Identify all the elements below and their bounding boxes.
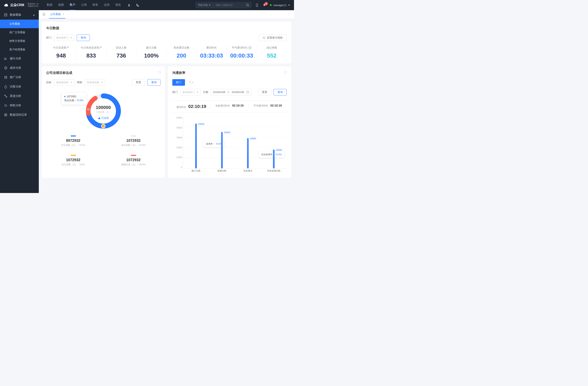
sidebar-item-2[interactable]: 推广分析 xyxy=(0,73,39,82)
stat-1: 今日有效首咨客户833 xyxy=(76,46,106,59)
svg-point-11 xyxy=(5,104,6,106)
calendar-icon xyxy=(246,91,249,94)
card-goal: ⛶ 公司业绩目标达成 目标 请选择目标 周期 请选择周期 重置 查询 xyxy=(42,66,165,178)
tab-close-icon[interactable]: ✕ xyxy=(63,13,64,15)
eff-reset-button[interactable]: 重置 xyxy=(258,89,271,96)
search-type-select[interactable]: 手机号码 xyxy=(195,3,213,7)
logo-subtitle: 教育机构一站式服务云平台 xyxy=(26,3,39,7)
svg-line-2 xyxy=(248,5,249,6)
chevron-down-icon xyxy=(288,5,290,6)
query-button[interactable]: 查询 xyxy=(147,79,161,86)
target-label: 目标 xyxy=(46,81,51,84)
nav-phone-icon[interactable] xyxy=(136,3,140,7)
query-button[interactable]: 查询 xyxy=(77,35,90,41)
bar-3: 18000有效接通次数 xyxy=(269,116,279,168)
stat-3: 拨打次数100% xyxy=(136,46,167,59)
stat-4: 有效通话次数200 xyxy=(167,46,197,59)
tab-company-dashboard[interactable]: 公司看板 ✕ xyxy=(49,10,65,19)
nav-item-1[interactable]: 线索 xyxy=(58,0,64,10)
stat-7: 成交单数552 xyxy=(257,46,287,59)
mobile-icon[interactable] xyxy=(255,3,259,7)
eff-query-button[interactable]: 查询 xyxy=(273,89,287,96)
topbar: 云朵CRM 教育机构一站式服务云平台 数据线索客户公海财务运营报名 手机号码 5 xyxy=(0,0,294,10)
sidebar-item-5[interactable]: 销售分析 xyxy=(0,101,39,110)
search-icon[interactable] xyxy=(246,3,250,7)
progress-3: 1072932超额完成（元）|89.9% xyxy=(106,155,161,166)
sidebar-child-0[interactable]: 公司看板 xyxy=(0,19,39,28)
reached-badge: 已达成 xyxy=(46,116,161,120)
nav-item-2[interactable]: 客户 xyxy=(70,0,75,10)
date-label: 日期 xyxy=(203,90,208,94)
nav-item-4[interactable]: 财务 xyxy=(92,0,98,10)
eff-stat-1: 有效通话时长02:10:19 xyxy=(210,104,249,109)
search-box: 手机号码 xyxy=(195,2,252,8)
bar-chart: 50000400003000020000100000 接通率：70.9% 有效接… xyxy=(172,116,287,174)
dept-select[interactable]: 请选择部门 xyxy=(54,35,74,41)
svg-point-21 xyxy=(102,124,105,128)
period-label: 周期 xyxy=(77,81,82,84)
eff-title: 沟通效率 xyxy=(172,71,287,75)
svg-rect-23 xyxy=(246,91,249,94)
progress-0: 8972932已完成量（元）|70.9% xyxy=(46,135,100,147)
svg-point-0 xyxy=(129,4,130,5)
bar-2: 29000有效通话 xyxy=(243,116,253,168)
stat-5: 通话时长03:33:03 xyxy=(197,46,227,59)
eff-stat-2: 平均通话时长02:10:19 xyxy=(249,104,287,109)
sidebar-item-4[interactable]: 渠道分析 xyxy=(0,91,39,101)
donut-chart: 1072932 所占比例：70.9% 100000 目标总量（元） 已达成 xyxy=(46,91,161,131)
nav-item-3[interactable]: 公海 xyxy=(81,0,87,10)
user-name: manager11 xyxy=(273,4,287,7)
reset-button[interactable]: 重置 xyxy=(132,79,145,86)
stat-0: 今日首咨客户948 xyxy=(46,46,76,59)
today-title: 今日数据 xyxy=(46,26,287,30)
sidebar-item-6[interactable]: 数据流转记录 xyxy=(0,110,39,119)
progress-2: 1072932应完成量（元）|8.9% xyxy=(46,155,100,166)
card-efficiency: ⛶ 沟通效率 部门 个人 部门 请选择部门 日期 2018/01/08至2018… xyxy=(168,66,291,178)
sidebar-item-0[interactable]: 漏斗分析 xyxy=(0,54,39,63)
sidebar-child-2[interactable]: 销售主管看板 xyxy=(0,37,39,45)
stat-2: 回访人数736 xyxy=(106,46,136,59)
sidebar-group-label: 数据看板 xyxy=(10,13,21,17)
main: ☰ 公司看板 ✕ 今日数据 部门 请选择部门 查询 xyxy=(39,10,294,193)
dept-label: 部门 xyxy=(46,36,51,39)
eff-dept-select[interactable]: 请选择部门 xyxy=(180,89,201,96)
target-select[interactable]: 请选择目标 xyxy=(54,79,74,86)
svg-line-12 xyxy=(6,106,7,107)
sidebar-child-3[interactable]: 客户经理看板 xyxy=(0,45,39,54)
seg-dept[interactable]: 部门 xyxy=(172,79,185,86)
nav-item-5[interactable]: 运营 xyxy=(104,0,110,10)
donut-tooltip: 1072932 所占比例：70.9% xyxy=(62,93,86,105)
help-icon[interactable]: ? xyxy=(249,46,251,49)
gear-icon xyxy=(262,36,266,39)
sidebar-item-3[interactable]: 访客分析 xyxy=(0,82,39,91)
sidebar-item-1[interactable]: 成本分析 xyxy=(0,63,39,73)
eff-stat-0: 通话时长02:10:19 xyxy=(172,104,210,109)
search-input[interactable] xyxy=(213,4,244,6)
config-metrics-button[interactable]: 设置显示指标 xyxy=(258,35,287,41)
seg-personal[interactable]: 个人 xyxy=(185,79,198,86)
stat-6: 平均通话时长?00:00:33 xyxy=(227,46,257,59)
card-today: 今日数据 部门 请选择部门 查询 设置显示指标 今日首咨客户948今日有效首咨客… xyxy=(42,22,291,63)
status-dot xyxy=(270,4,272,6)
expand-icon[interactable]: ⛶ xyxy=(158,71,161,74)
bar-1: 35000接通次数 xyxy=(217,116,227,168)
nav-user-icon[interactable] xyxy=(127,3,131,7)
chevron-up-icon xyxy=(33,15,35,16)
sidebar: 数据看板 公司看板推广主管看板销售主管看板客户经理看板 漏斗分析成本分析推广分析… xyxy=(0,10,39,193)
svg-point-1 xyxy=(246,4,248,6)
sidebar-group-dashboard[interactable]: 数据看板 xyxy=(0,10,39,19)
date-range[interactable]: 2018/01/08至2018/01/08 xyxy=(211,89,252,96)
sidebar-child-1[interactable]: 推广主管看板 xyxy=(0,28,39,37)
nav-item-0[interactable]: 数据 xyxy=(47,0,52,10)
thumbs-up-icon xyxy=(98,117,101,119)
tab-bar: ☰ 公司看板 ✕ xyxy=(39,10,294,19)
user-menu[interactable]: manager11 xyxy=(270,4,290,7)
bar-0: 43000拨打次数 xyxy=(191,116,201,168)
nav-item-6[interactable]: 报名 xyxy=(115,0,121,10)
period-select[interactable]: 请选择周期 xyxy=(84,79,105,86)
bell-icon[interactable]: 5 xyxy=(263,3,266,7)
tab-label: 公司看板 xyxy=(50,12,61,16)
expand-icon[interactable]: ⛶ xyxy=(284,71,287,74)
svg-line-10 xyxy=(5,96,6,96)
hamburger-icon[interactable]: ☰ xyxy=(42,12,45,16)
